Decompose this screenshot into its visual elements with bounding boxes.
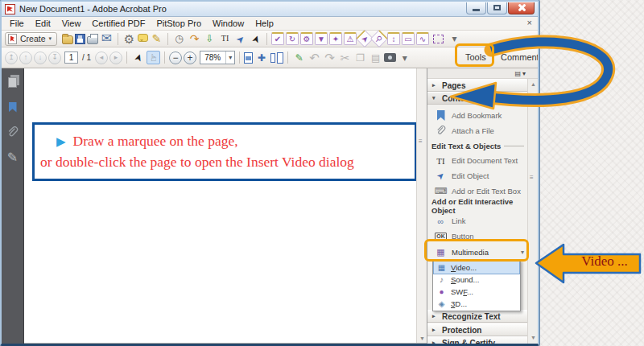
snapshot-icon[interactable] bbox=[384, 53, 396, 62]
pitstop-pump-icon[interactable]: ↕ bbox=[387, 32, 400, 45]
section-content[interactable]: ▾ Content bbox=[427, 92, 527, 105]
fit-page-icon[interactable]: ✚ bbox=[254, 51, 268, 64]
link-chain-icon: ∞ bbox=[435, 215, 447, 227]
selection-tool-icon[interactable]: ➤ bbox=[130, 49, 147, 67]
pitstop-alert-icon[interactable]: ⚠ bbox=[344, 32, 357, 45]
open-folder-icon[interactable] bbox=[62, 35, 73, 44]
sticky-note-icon[interactable] bbox=[138, 34, 148, 42]
menu-window[interactable]: Window bbox=[207, 18, 250, 29]
attachments-panel-icon[interactable] bbox=[6, 126, 19, 138]
page-thumbnails-icon[interactable] bbox=[6, 76, 19, 89]
document-scrollbar[interactable]: ≡ ▼ bbox=[416, 68, 427, 343]
export-pdf-icon[interactable]: ↷ bbox=[188, 32, 201, 46]
toolbar-area-close-icon[interactable]: × bbox=[527, 18, 532, 27]
next-page-icon[interactable]: ↓ bbox=[34, 51, 47, 64]
tools-panel-button[interactable]: Tools bbox=[465, 52, 486, 62]
panel-item-button[interactable]: OK Button bbox=[427, 229, 527, 244]
panel-item-attach-file[interactable]: Attach a File bbox=[427, 123, 527, 138]
previous-page-icon[interactable]: ↑ bbox=[19, 51, 32, 64]
menu-file[interactable]: File bbox=[4, 18, 30, 29]
save-icon[interactable] bbox=[75, 34, 85, 44]
select-tool-icon[interactable]: ➤ bbox=[247, 30, 265, 47]
menu-view[interactable]: View bbox=[56, 18, 87, 29]
document-page[interactable]: ▶Draw a marquee on the page, or double-c… bbox=[24, 68, 427, 344]
print-icon[interactable] bbox=[87, 36, 98, 44]
menu-edit[interactable]: Edit bbox=[30, 18, 56, 29]
section-pages[interactable]: ▸ Pages bbox=[427, 79, 527, 92]
paste-icon[interactable]: ▤ bbox=[369, 51, 382, 64]
select-object-tool-icon[interactable]: ➤ bbox=[231, 29, 250, 48]
email-icon[interactable]: ✉ bbox=[100, 32, 114, 46]
pitstop-process-icon[interactable]: ↻ bbox=[286, 32, 299, 45]
section-sign-certify[interactable]: ▸ Sign & Certify bbox=[427, 336, 528, 346]
pitstop-wand-icon[interactable]: ✦ bbox=[329, 32, 342, 45]
panel-item-multimedia[interactable]: ▦ Multimedia ▾ bbox=[427, 244, 527, 260]
panel-item-edit-object[interactable]: ➤ Edit Object bbox=[427, 168, 527, 183]
undo-icon[interactable]: ↶ bbox=[308, 51, 321, 64]
menu-help[interactable]: Help bbox=[250, 18, 279, 29]
panel-options-icon[interactable]: ▤ bbox=[514, 70, 521, 77]
document-processing-icon[interactable]: ◷ bbox=[172, 32, 186, 46]
first-page-icon[interactable]: ↥ bbox=[5, 51, 18, 64]
next-view-icon[interactable]: ▸ bbox=[109, 51, 122, 64]
section-protection[interactable]: ▸ Protection bbox=[427, 323, 528, 336]
pitstop-actions-icon[interactable]: ⚙ bbox=[300, 32, 313, 45]
section-header-label: Edit Text & Objects bbox=[431, 142, 501, 150]
panel-item-link[interactable]: ∞ Link bbox=[427, 213, 527, 229]
cut-icon[interactable]: ✂ bbox=[338, 51, 352, 64]
create-button[interactable]: Create ▾ bbox=[5, 32, 57, 46]
save-certified-icon[interactable]: ✎ bbox=[292, 51, 306, 64]
pitstop-lasso-icon[interactable]: ∿ bbox=[416, 32, 429, 45]
hide-toolbars-icon[interactable]: ↔ bbox=[518, 29, 537, 48]
preferences-gear-icon[interactable]: ⚙ bbox=[122, 32, 136, 46]
scroll-down-icon[interactable]: ▼ bbox=[419, 336, 425, 341]
multimedia-dropdown-menu: ▦ Video... ♪ Sound... ● SWF... ◈ 3D... bbox=[432, 260, 521, 311]
hand-tool-icon[interactable]: ☞ bbox=[147, 51, 160, 64]
instruction-line2: or double-click the page to open the Ins… bbox=[40, 154, 354, 170]
signatures-panel-icon[interactable]: ✎ bbox=[6, 150, 19, 163]
two-page-view-icon[interactable] bbox=[270, 53, 275, 63]
page-number-input[interactable]: 1 bbox=[64, 51, 78, 64]
comment-panel-button[interactable]: Comment bbox=[501, 52, 539, 62]
zoom-level-select[interactable]: 78% ▾ bbox=[200, 51, 235, 64]
scroll-up-icon[interactable]: ▲ bbox=[530, 81, 536, 87]
copy-icon[interactable]: ❐ bbox=[353, 51, 367, 64]
menu-item-swf[interactable]: ● SWF... bbox=[434, 286, 519, 298]
toolbar2-overflow-icon[interactable]: ▾ bbox=[398, 51, 411, 64]
pitstop-filter-icon[interactable]: ▼ bbox=[315, 32, 328, 45]
pitstop-measure-icon[interactable]: ▭ bbox=[402, 32, 415, 45]
zoom-in-icon[interactable]: + bbox=[184, 51, 196, 64]
previous-view-icon[interactable]: ◂ bbox=[95, 51, 108, 64]
section-label: Recognize Text bbox=[442, 312, 501, 321]
zoom-level-value: 78% bbox=[204, 53, 221, 62]
redo-icon[interactable]: ↷ bbox=[323, 51, 336, 64]
zoom-out-icon[interactable]: − bbox=[169, 51, 182, 64]
panel-item-edit-document-text[interactable]: TI Edit Document Text bbox=[427, 153, 527, 168]
scroll-down-icon[interactable]: ▼ bbox=[530, 335, 536, 340]
menu-item-3d[interactable]: ◈ 3D... bbox=[434, 298, 519, 310]
panel-item-add-bookmark[interactable]: Add Bookmark bbox=[427, 108, 527, 123]
panel-scrollbar[interactable]: ▲ ≡ ▼ bbox=[527, 79, 538, 344]
toolbar1-overflow-icon[interactable]: ▾ bbox=[448, 32, 461, 46]
menu-certified-pdf[interactable]: Certified PDF bbox=[86, 18, 151, 29]
chevron-down-icon: ▾ bbox=[432, 95, 438, 101]
maximize-button[interactable] bbox=[487, 2, 507, 14]
scrollbar-grip-icon[interactable]: ≡ bbox=[530, 174, 534, 181]
close-button[interactable] bbox=[508, 2, 535, 14]
pitstop-marquee-icon[interactable] bbox=[433, 35, 444, 43]
optimize-pdf-icon[interactable]: ⇩ bbox=[203, 32, 217, 46]
scrollbar-grip-icon[interactable]: ≡ bbox=[419, 138, 423, 145]
pitstop-zoom-icon[interactable]: ⚲ bbox=[370, 30, 389, 48]
window-controls bbox=[465, 2, 535, 14]
section-recognize-text[interactable]: ▸ Recognize Text bbox=[427, 310, 528, 323]
minimize-button[interactable] bbox=[466, 2, 486, 14]
highlight-text-icon[interactable]: ✎ bbox=[150, 32, 163, 46]
last-page-icon[interactable]: ↧ bbox=[48, 51, 61, 64]
menu-item-sound[interactable]: ♪ Sound... bbox=[434, 274, 519, 286]
scrolling-page-icon[interactable] bbox=[244, 52, 253, 64]
pitstop-preflight-icon[interactable]: ✔ bbox=[271, 32, 284, 45]
menu-pitstop-pro[interactable]: PitStop Pro bbox=[151, 18, 207, 29]
bookmarks-panel-icon[interactable] bbox=[6, 101, 19, 113]
panel-item-label: Add or Edit Text Box bbox=[452, 187, 521, 196]
menu-item-video[interactable]: ▦ Video... bbox=[434, 262, 519, 274]
